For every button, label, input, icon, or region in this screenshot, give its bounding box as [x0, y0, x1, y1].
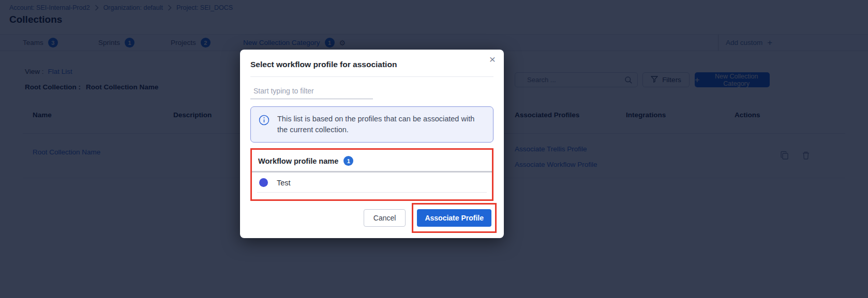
profile-list-header-label: Workflow profile name: [258, 157, 338, 165]
app-window: Account: SEI-Internal-Prod2 Organization…: [0, 0, 868, 298]
radio-selected-icon[interactable]: [259, 178, 268, 187]
profile-name: Test: [277, 179, 291, 187]
profile-list-spacer: [257, 193, 487, 196]
count-badge: 1: [343, 156, 353, 166]
cancel-button[interactable]: Cancel: [364, 209, 406, 227]
red-annotation-box-profile-list: Workflow profile name 1 Test: [250, 148, 493, 201]
info-text: This list is based on the profiles that …: [277, 114, 485, 135]
associate-profile-button[interactable]: Associate Profile: [417, 209, 491, 227]
profile-filter-input[interactable]: [250, 84, 373, 99]
modal-title: Select workflow profile for association: [250, 60, 493, 69]
close-icon[interactable]: ×: [489, 54, 496, 65]
modal-footer: Cancel Associate Profile: [250, 203, 497, 235]
info-icon: [259, 115, 270, 126]
profile-list-header: Workflow profile name 1: [257, 154, 487, 166]
modal-title-divider: [250, 76, 493, 77]
red-annotation-box-confirm-button: Associate Profile: [412, 203, 497, 233]
profile-option-test[interactable]: Test: [257, 172, 487, 193]
info-callout: This list is based on the profiles that …: [250, 106, 493, 143]
workflow-profile-modal: × Select workflow profile for associatio…: [240, 50, 504, 238]
